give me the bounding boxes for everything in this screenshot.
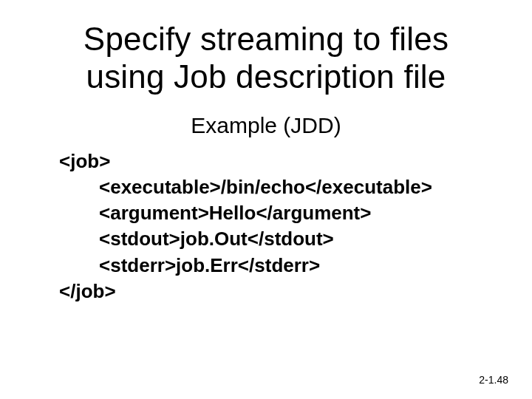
code-block: <job> <executable>/bin/echo</executable>… [59,149,502,304]
slide: Specify streaming to files using Job des… [0,0,532,399]
slide-title: Specify streaming to files using Job des… [30,21,502,95]
code-executable: <executable>/bin/echo</executable> [59,174,502,200]
code-argument: <argument>Hello</argument> [59,200,502,226]
slide-subtitle: Example (JDD) [30,113,502,138]
code-job-open: <job> [59,149,502,174]
title-line-2: using Job description file [86,58,446,95]
code-stdout: <stdout>job.Out</stdout> [59,226,502,252]
code-stderr: <stderr>job.Err</stderr> [59,253,502,279]
slide-number: 2-1.48 [479,374,508,386]
title-line-1: Specify streaming to files [83,21,449,57]
code-job-close: </job> [59,279,502,304]
